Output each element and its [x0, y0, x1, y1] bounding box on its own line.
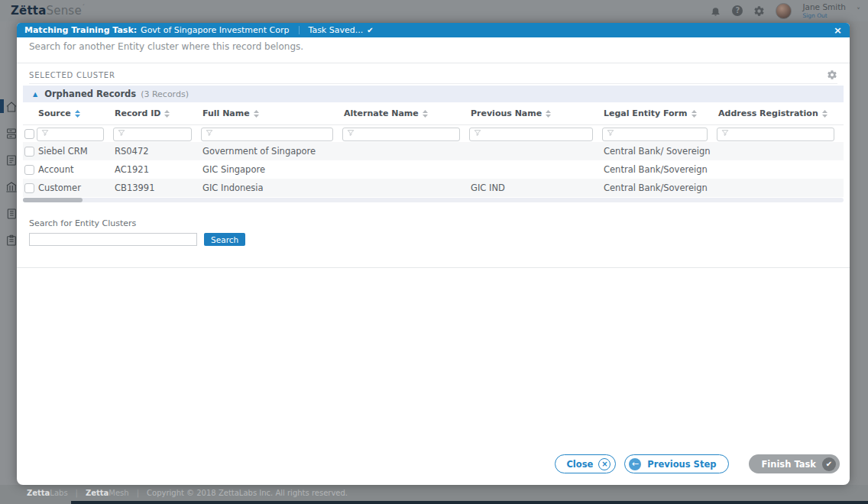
filter-input-alternate-name[interactable] [342, 128, 460, 141]
avatar[interactable] [776, 3, 792, 19]
column-header[interactable]: Alternate Name [342, 108, 469, 118]
table-filter-row [23, 125, 844, 142]
previous-step-button[interactable]: ← Previous Step [624, 454, 729, 473]
left-arrow-icon: ← [629, 458, 641, 470]
search-label: Search for Entity Clusters [29, 218, 245, 228]
list-icon[interactable] [5, 208, 18, 220]
task-saved-status: Task Saved... [309, 25, 364, 35]
user-name: Jane Smith [802, 3, 846, 11]
sort-icon[interactable] [254, 110, 259, 118]
column-header[interactable]: Record ID [113, 108, 201, 118]
logo-trademark: ´ [82, 4, 86, 11]
footer-zettamesh[interactable]: ZettaMesh [86, 489, 129, 497]
modal-actions: Close × ← Previous Step Finish Task ✔ [555, 454, 840, 473]
taskbar-strip-dark [71, 501, 868, 504]
cluster-name: Orphaned Records [44, 89, 136, 99]
modal-instruction: Search for another Entity cluster where … [29, 41, 303, 52]
close-x-icon: × [598, 458, 611, 470]
column-header[interactable]: Legal Entity Form [602, 108, 717, 118]
column-header[interactable]: Source [37, 108, 113, 118]
table-settings-gear-icon[interactable] [827, 69, 837, 80]
table-row[interactable]: Customer CB13991 GIC Indonesia GIC IND C… [23, 179, 844, 197]
check-icon: ✔ [367, 26, 373, 34]
sidebar-icons [5, 101, 18, 247]
divider [17, 267, 850, 268]
modal-entity-name: Govt of Singapore Investment Corp [141, 25, 289, 35]
matching-training-task-modal: Matching Training Task: Govt of Singapor… [17, 23, 850, 485]
footer-zettalabs[interactable]: ZettaLabs [27, 489, 68, 497]
gear-icon[interactable] [753, 5, 765, 17]
clipboard-icon[interactable] [5, 234, 18, 247]
table-row[interactable]: Siebel CRM RS0472 Government of Singapor… [23, 142, 844, 160]
row-checkbox[interactable] [24, 147, 34, 157]
close-button[interactable]: Close × [555, 454, 616, 473]
finish-check-icon: ✔ [822, 457, 836, 471]
modal-header: Matching Training Task: Govt of Singapor… [17, 23, 850, 37]
filter-input-full-name[interactable] [201, 128, 333, 141]
filter-input-source[interactable] [37, 128, 104, 141]
footer-separator: | [76, 489, 78, 497]
bell-icon[interactable] [710, 5, 721, 17]
sort-icon[interactable] [822, 110, 828, 118]
records-table: Source Record ID Full Name Alternate Nam… [23, 102, 844, 197]
app-screen: ZëttaSense´ ? Jane Smith Sign Out ˅ Zett… [0, 0, 868, 504]
topbar-actions: ? Jane Smith Sign Out ˅ [710, 0, 863, 21]
chevron-down-icon[interactable]: ˅ [857, 7, 863, 15]
column-header[interactable]: Full Name [201, 108, 342, 118]
finish-task-button[interactable]: Finish Task ✔ [749, 454, 840, 473]
filter-input-legal-entity-form[interactable] [602, 128, 708, 141]
footer-separator: | [137, 489, 139, 497]
filter-input-previous-name[interactable] [469, 128, 593, 141]
selected-cluster-section: SELECTED CLUSTER [29, 68, 837, 83]
collapse-arrow-icon[interactable]: ▲ [33, 91, 37, 98]
taskbar-strip [0, 501, 868, 504]
divider [17, 63, 850, 63]
help-icon[interactable]: ? [732, 5, 743, 16]
modal-close-icon[interactable]: × [834, 25, 842, 35]
select-all-checkbox[interactable] [24, 129, 34, 139]
entity-cluster-search: Search for Entity Clusters Search [29, 218, 245, 246]
section-title: SELECTED CLUSTER [29, 68, 837, 83]
search-button[interactable]: Search [204, 233, 245, 246]
database-icon[interactable] [5, 128, 18, 140]
filter-input-record-id[interactable] [113, 128, 192, 141]
table-row[interactable]: Account AC1921 GIC Singapore Central Ban… [23, 160, 844, 179]
user-menu[interactable]: Jane Smith Sign Out [802, 3, 846, 18]
sort-icon[interactable] [164, 110, 170, 118]
cluster-group-header[interactable]: ▲ Orphaned Records (3 Records) [23, 86, 844, 102]
logo-text-bold: Zëtta [11, 4, 47, 18]
divider [29, 83, 837, 84]
modal-title: Matching Training Task: [24, 25, 137, 35]
column-header[interactable]: Address Registration [717, 108, 844, 118]
horizontal-scrollbar[interactable] [23, 198, 844, 202]
footer-copyright: Copyright © 2018 ZettaLabs Inc. All righ… [147, 489, 348, 497]
app-footer: ZettaLabs | ZettaMesh | Copyright © 2018… [0, 485, 868, 501]
document-icon[interactable] [5, 154, 18, 166]
column-header[interactable]: Previous Name [469, 108, 602, 118]
sidebar-active-indicator [0, 99, 4, 113]
topbar: ZëttaSense´ ? Jane Smith Sign Out ˅ [0, 0, 868, 21]
sort-icon[interactable] [546, 110, 551, 118]
row-checkbox[interactable] [24, 183, 34, 193]
logo-text-light: Sense [47, 4, 82, 18]
entity-cluster-search-input[interactable] [29, 233, 197, 246]
filter-input-address-registration[interactable] [717, 128, 834, 141]
bank-icon[interactable] [5, 181, 18, 193]
scrollbar-thumb[interactable] [23, 198, 83, 202]
row-checkbox[interactable] [24, 165, 34, 175]
zettasense-logo: ZëttaSense´ [11, 4, 86, 18]
table-header-row: Source Record ID Full Name Alternate Nam… [23, 102, 844, 125]
home-icon[interactable] [5, 101, 18, 113]
cluster-record-count: (3 Records) [141, 89, 189, 99]
sort-icon[interactable] [75, 110, 80, 118]
header-divider [299, 26, 300, 34]
sort-icon[interactable] [423, 110, 428, 118]
sort-icon[interactable] [691, 110, 697, 118]
sign-out-link[interactable]: Sign Out [802, 13, 846, 19]
